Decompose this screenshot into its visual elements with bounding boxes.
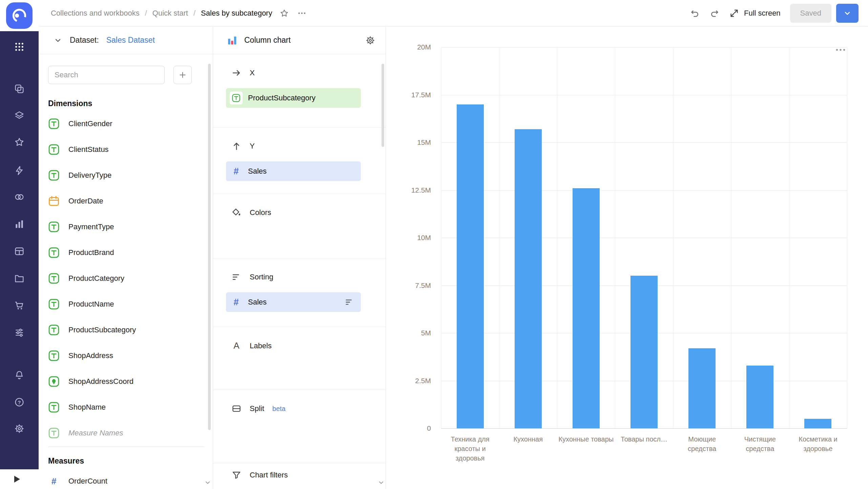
- chart-bar[interactable]: [515, 129, 542, 428]
- svg-text:?: ?: [18, 399, 21, 405]
- field-name: ShopName: [68, 403, 106, 412]
- field-item[interactable]: ProductSubcategory: [48, 317, 205, 343]
- chart-preview-area: 02.5M5M7.5M10M12.5M15M17.5M20MТехника дл…: [386, 26, 868, 489]
- sort-direction-icon[interactable]: [345, 297, 354, 307]
- plot-area: 02.5M5M7.5M10M12.5M15M17.5M20MТехника дл…: [441, 47, 847, 428]
- number-type-icon: #: [230, 166, 243, 177]
- expand-panel-button[interactable]: [0, 469, 39, 489]
- add-field-button[interactable]: [173, 66, 192, 84]
- field-name: ClientStatus: [68, 145, 109, 154]
- play-triangle-icon: [14, 476, 20, 483]
- workbooks-layers-icon[interactable]: [13, 109, 26, 122]
- field-type-icon: [48, 144, 60, 155]
- field-item[interactable]: OrderDate: [48, 188, 205, 214]
- undo-icon[interactable]: [690, 8, 700, 18]
- v-gridline: [731, 47, 731, 428]
- section-sorting-label: Sorting: [250, 273, 273, 281]
- field-item[interactable]: ProductCategory: [48, 266, 205, 291]
- app-logo[interactable]: [6, 2, 33, 29]
- scroll-down-icon[interactable]: [204, 479, 211, 486]
- collections-icon[interactable]: [13, 82, 26, 95]
- x-field-pill[interactable]: ProductSubcategory: [226, 88, 361, 108]
- v-gridline: [441, 47, 441, 428]
- config-panel-scrollbar[interactable]: [381, 64, 384, 147]
- field-name: ClientGender: [68, 119, 112, 128]
- svg-text:#: #: [51, 476, 57, 486]
- v-gridline: [673, 47, 674, 428]
- saved-button[interactable]: Saved: [790, 4, 831, 23]
- more-icon[interactable]: [297, 8, 307, 18]
- files-folder-icon[interactable]: [13, 272, 26, 285]
- beta-badge: beta: [272, 405, 286, 413]
- dataset-label: Dataset:: [70, 36, 99, 45]
- chart-settings-gear-icon[interactable]: [365, 35, 375, 45]
- left-nav-rail: ?: [0, 0, 39, 489]
- dimensions-title: Dimensions: [48, 99, 205, 108]
- chart-bar[interactable]: [688, 348, 716, 428]
- chart-bar[interactable]: [457, 104, 484, 428]
- help-icon[interactable]: ?: [13, 396, 26, 409]
- field-item[interactable]: ShopName: [48, 394, 205, 420]
- chart-type-label[interactable]: Column chart: [244, 36, 291, 45]
- search-input[interactable]: [48, 66, 165, 84]
- quick-lightning-icon[interactable]: [13, 164, 26, 177]
- field-type-icon: [48, 324, 60, 336]
- y-field-pill[interactable]: # Sales: [226, 161, 361, 181]
- services-circles-icon[interactable]: [13, 191, 26, 203]
- y-tick-label: 17.5M: [411, 91, 431, 99]
- apps-grid-icon[interactable]: [13, 40, 26, 53]
- field-name: OrderDate: [68, 197, 103, 206]
- field-item[interactable]: Measure Names: [48, 420, 205, 446]
- field-item[interactable]: ShopAddress: [48, 343, 205, 369]
- dataset-panel-scrollbar[interactable]: [208, 64, 211, 430]
- field-type-icon: [48, 350, 60, 361]
- x-category-label: Моющие средства: [673, 434, 731, 453]
- field-item[interactable]: ClientGender: [48, 111, 205, 137]
- field-type-icon: #: [48, 475, 60, 487]
- notifications-bell-icon[interactable]: [13, 369, 26, 382]
- gear-icon[interactable]: [13, 422, 26, 435]
- field-name: PaymentType: [68, 222, 114, 231]
- sliders-icon[interactable]: [13, 326, 26, 339]
- field-item[interactable]: #OrderCount: [48, 468, 205, 489]
- sorting-field-pill[interactable]: # Sales: [226, 292, 361, 312]
- favorites-star-icon[interactable]: [13, 136, 26, 149]
- field-type-icon: [48, 247, 60, 258]
- chart-bar[interactable]: [573, 188, 600, 428]
- chart-bar[interactable]: [804, 419, 831, 428]
- collapse-chevron-icon[interactable]: [54, 36, 62, 45]
- field-type-icon: [48, 402, 60, 413]
- chart-bar[interactable]: [631, 276, 658, 428]
- section-colors-label: Colors: [250, 208, 271, 217]
- measures-block: Measures #OrderCount: [48, 447, 205, 489]
- y-tick-label: 5M: [421, 329, 431, 337]
- breadcrumb-collections[interactable]: Collections and workbooks: [51, 9, 140, 18]
- redo-icon[interactable]: [709, 8, 720, 18]
- chart-bar[interactable]: [746, 366, 773, 428]
- favorite-star-icon[interactable]: [280, 8, 289, 18]
- breadcrumb-quick-start[interactable]: Quick start: [152, 9, 188, 18]
- charts-icon[interactable]: [13, 218, 26, 231]
- save-dropdown-button[interactable]: [836, 4, 859, 23]
- tables-icon[interactable]: [13, 245, 26, 258]
- field-type-icon: [48, 427, 60, 439]
- field-item[interactable]: ProductName: [48, 291, 205, 317]
- fullscreen-icon[interactable]: [729, 8, 739, 18]
- y-tick-label: 7.5M: [415, 281, 431, 290]
- number-type-icon: #: [230, 297, 243, 308]
- field-item[interactable]: ClientStatus: [48, 137, 205, 162]
- marketplace-cart-icon[interactable]: [13, 299, 26, 312]
- field-item[interactable]: PaymentType: [48, 214, 205, 240]
- plus-icon: [178, 71, 187, 79]
- v-gridline: [557, 47, 557, 428]
- field-item[interactable]: DeliveryType: [48, 162, 205, 188]
- scroll-down-icon[interactable]: [377, 479, 385, 486]
- field-item[interactable]: ShopAddressCoord: [48, 369, 205, 394]
- measures-list: #OrderCount: [48, 468, 205, 489]
- full-screen-label[interactable]: Full screen: [744, 9, 781, 18]
- dataset-name-link[interactable]: Sales Dataset: [106, 36, 155, 45]
- section-y-label: Y: [250, 142, 255, 151]
- field-item[interactable]: ProductBrand: [48, 240, 205, 266]
- dataset-panel: Dataset: Sales Dataset Dimensions Client…: [39, 26, 213, 489]
- y-tick-label: 20M: [417, 43, 431, 51]
